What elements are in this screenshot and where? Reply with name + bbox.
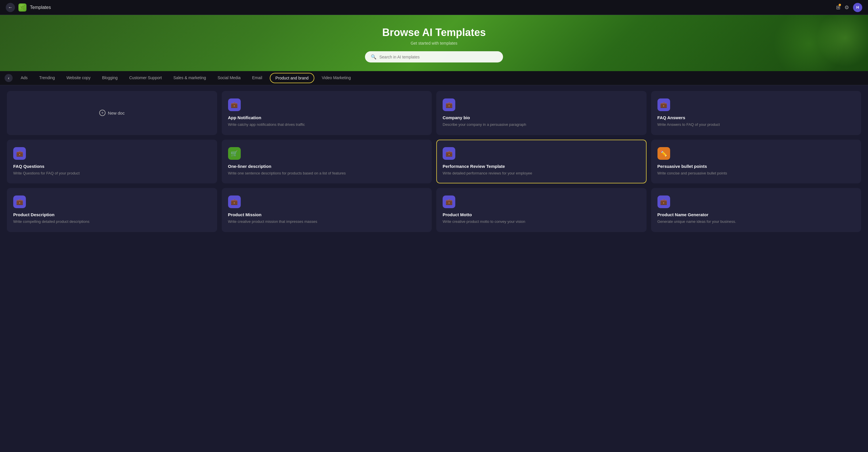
card-desc-faq-answers: Write Answers to FAQ of your product [657,122,855,128]
card-title-product-name-generator: Product Name Generator [657,212,855,217]
card-desc-performance-review: Write detailed performance reviews for y… [443,170,640,176]
card-desc-product-mission: Write creative product mission that impr… [228,219,426,225]
card-icon-performance-review: 💼 [443,147,455,160]
card-title-product-description: Product Description [13,212,211,217]
card-desc-company-bio: Describe your company in a persuasive pa… [443,122,640,128]
card-title-faq-answers: FAQ Answers [657,115,855,120]
topbar: ← 🌿 Templates ⊞ ⚙ H [0,0,868,15]
card-title-app-notification: App Notification [228,115,426,120]
card-icon-product-description: 💼 [13,196,26,208]
card-icon-product-motto: 💼 [443,196,455,208]
tab-customer-support[interactable]: Customer Support [124,72,167,85]
card-title-faq-questions: FAQ Questions [13,164,211,169]
card-faq-answers[interactable]: 💼 FAQ Answers Write Answers to FAQ of yo… [651,91,861,135]
card-company-bio[interactable]: 💼 Company bio Describe your company in a… [436,91,647,135]
tab-sales-marketing[interactable]: Sales & marketing [168,72,211,85]
card-desc-product-name-generator: Generate unique name ideas for your busi… [657,219,855,225]
tab-ads[interactable]: Ads [16,72,33,85]
card-icon-one-liner: 🛒 [228,147,241,160]
tab-email[interactable]: Email [247,72,268,85]
grid-icon[interactable]: ⊞ [836,4,840,11]
main-content: + New doc 💼 App Notification Write catch… [0,85,868,238]
card-title-product-motto: Product Motto [443,212,640,217]
card-desc-app-notification: Write catchy app notifications that driv… [228,122,426,128]
card-icon-product-name-generator: 💼 [657,196,670,208]
card-persuasive-bullet[interactable]: ✏️ Persuasive bullet points Write concis… [651,140,861,184]
card-product-description[interactable]: 💼 Product Description Write compelling d… [7,188,217,232]
card-performance-review[interactable]: 💼 Performance Review Template Write deta… [436,140,647,184]
card-one-liner[interactable]: 🛒 One-liner description Write one senten… [222,140,432,184]
card-desc-persuasive-bullet: Write concise and persuasive bullet poin… [657,170,855,176]
search-bar: 🔍 [365,51,503,62]
card-title-performance-review: Performance Review Template [443,164,640,169]
logo-icon: 🌿 [19,3,27,11]
card-icon-product-mission: 💼 [228,196,241,208]
tab-back-button[interactable]: ‹ [5,74,13,82]
new-doc-icon: + [99,110,105,116]
tab-trending[interactable]: Trending [34,72,60,85]
card-product-motto[interactable]: 💼 Product Motto Write creative product m… [436,188,647,232]
card-desc-faq-questions: Write Questions for FAQ of your product [13,170,211,176]
card-icon-persuasive-bullet: ✏️ [657,147,670,160]
new-doc-card[interactable]: + New doc [7,91,217,135]
back-button[interactable]: ← [6,3,15,12]
card-icon-app-notification: 💼 [228,98,241,111]
tab-product-brand[interactable]: Product and brand [270,73,314,83]
hero-title: Browse AI Templates [6,27,862,38]
card-desc-one-liner: Write one sentence descriptions for prod… [228,170,426,176]
card-title-persuasive-bullet: Persuasive bullet points [657,164,855,169]
new-doc-label: New doc [108,111,125,115]
card-icon-faq-questions: 💼 [13,147,26,160]
card-title-one-liner: One-liner description [228,164,426,169]
tab-website-copy[interactable]: Website copy [61,72,96,85]
card-title-company-bio: Company bio [443,115,640,120]
new-doc-button[interactable]: + New doc [99,110,125,116]
topbar-left: ← 🌿 Templates [6,3,51,12]
tabs-bar: ‹ Ads Trending Website copy Blogging Cus… [0,71,868,85]
card-product-name-generator[interactable]: 💼 Product Name Generator Generate unique… [651,188,861,232]
back-icon: ← [8,5,13,10]
tab-blogging[interactable]: Blogging [97,72,123,85]
card-app-notification[interactable]: 💼 App Notification Write catchy app noti… [222,91,432,135]
hero-subtitle: Get started with templates [6,41,862,46]
card-faq-questions[interactable]: 💼 FAQ Questions Write Questions for FAQ … [7,140,217,184]
card-title-product-mission: Product Mission [228,212,426,217]
topbar-right: ⊞ ⚙ H [836,3,862,12]
card-icon-company-bio: 💼 [443,98,455,111]
gear-icon[interactable]: ⚙ [844,4,849,11]
card-product-mission[interactable]: 💼 Product Mission Write creative product… [222,188,432,232]
avatar[interactable]: H [853,3,862,12]
tab-social-media[interactable]: Social Media [212,72,246,85]
notification-dot [839,4,841,6]
card-desc-product-motto: Write creative product motto to convey y… [443,219,640,225]
hero-banner: Browse AI Templates Get started with tem… [0,15,868,71]
card-icon-faq-answers: 💼 [657,98,670,111]
card-desc-product-description: Write compelling detailed product descri… [13,219,211,225]
search-input[interactable] [379,55,497,59]
search-icon: 🔍 [371,54,376,60]
template-grid: + New doc 💼 App Notification Write catch… [7,91,861,232]
tab-video-marketing[interactable]: Video Marketing [317,72,356,85]
topbar-title: Templates [30,5,51,10]
